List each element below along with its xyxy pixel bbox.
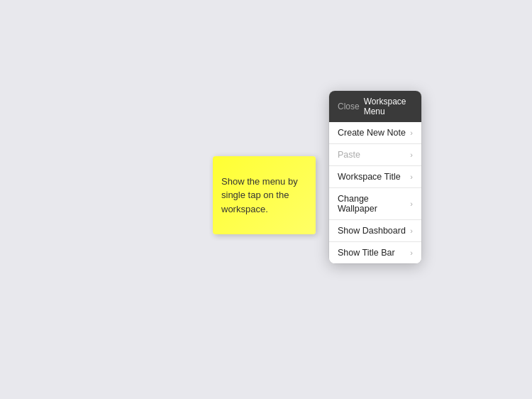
context-menu: Close Workspace Menu Create New Note › P…: [329, 91, 421, 263]
menu-item-change-wallpaper[interactable]: Change Wallpaper ›: [329, 188, 421, 220]
menu-item-label: Paste: [338, 150, 360, 160]
context-menu-title: Workspace Menu: [364, 97, 413, 116]
menu-item-label: Show Dashboard: [338, 226, 406, 236]
menu-item-label: Create New Note: [338, 128, 406, 138]
chevron-right-icon: ›: [410, 151, 413, 159]
chevron-right-icon: ›: [410, 248, 413, 257]
chevron-right-icon: ›: [410, 200, 413, 208]
menu-item-create-new-note[interactable]: Create New Note ›: [329, 122, 421, 144]
menu-item-workspace-title[interactable]: Workspace Title ›: [329, 166, 421, 188]
chevron-right-icon: ›: [410, 226, 413, 235]
context-menu-close-label: Close: [338, 102, 360, 111]
menu-item-label: Show Title Bar: [338, 248, 395, 258]
menu-item-show-title-bar[interactable]: Show Title Bar ›: [329, 242, 421, 263]
menu-item-paste[interactable]: Paste ›: [329, 144, 421, 166]
menu-item-show-dashboard[interactable]: Show Dashboard ›: [329, 220, 421, 242]
context-menu-header: Close Workspace Menu: [329, 91, 421, 122]
menu-item-label: Change Wallpaper: [338, 194, 410, 214]
workspace-note: Show the menu by single tap on the works…: [213, 156, 316, 234]
chevron-right-icon: ›: [410, 173, 413, 181]
chevron-right-icon: ›: [410, 129, 413, 137]
menu-item-label: Workspace Title: [338, 172, 401, 182]
workspace-note-text: Show the menu by single tap on the works…: [221, 175, 307, 217]
